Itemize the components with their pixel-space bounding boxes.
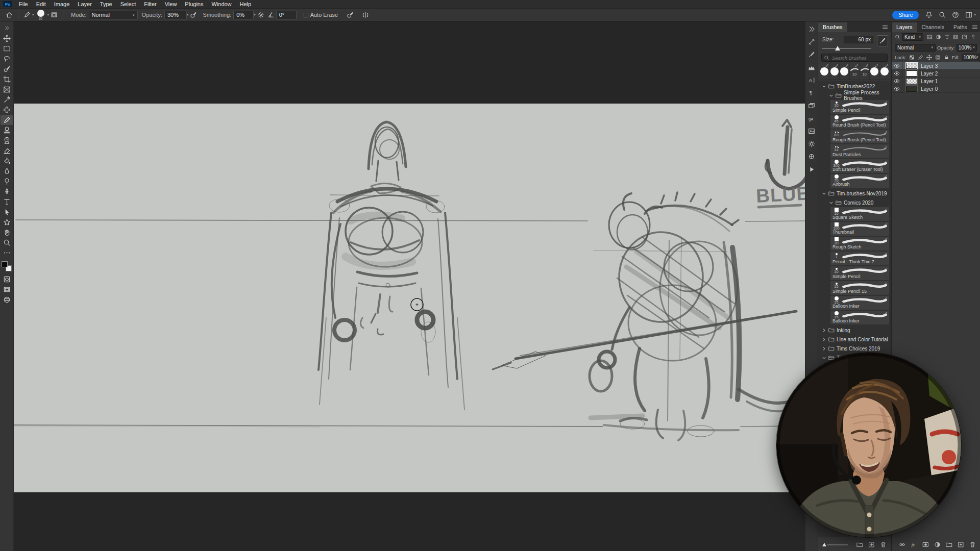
- menu-help[interactable]: Help: [236, 1, 256, 8]
- layer-thumbnail[interactable]: [906, 86, 917, 92]
- recent-brush-2[interactable]: [830, 63, 840, 80]
- tool-crop-tool[interactable]: [1, 74, 13, 84]
- adjustments-icon[interactable]: [806, 137, 817, 150]
- tool-screen-mode[interactable]: [1, 284, 13, 294]
- brush-item-balloon-inker[interactable]: 15Balloon Inker: [830, 311, 889, 324]
- brush-item-balloon-inker[interactable]: 15Balloon Inker: [830, 296, 889, 310]
- layer-fill-field[interactable]: 100% ▾: [962, 54, 980, 61]
- layer-thumbnail[interactable]: [906, 78, 917, 84]
- histogram-icon[interactable]: [806, 61, 817, 73]
- lock-position-icon[interactable]: [926, 54, 933, 61]
- recent-brush-3[interactable]: [840, 63, 850, 80]
- menu-image[interactable]: Image: [50, 1, 74, 8]
- tab-brushes[interactable]: Brushes: [818, 22, 847, 32]
- layer-comps-icon[interactable]: [806, 99, 817, 112]
- brush-item-dust-particles[interactable]: 14Dust Particles: [830, 144, 889, 158]
- tool-rectangular-marquee-tool[interactable]: [1, 43, 13, 54]
- new-layer-icon[interactable]: [958, 541, 964, 548]
- menu-file[interactable]: File: [15, 1, 32, 8]
- filter-smart-object-icon[interactable]: [961, 33, 968, 41]
- panel-menu-icon[interactable]: [972, 24, 980, 32]
- brush-item-soft-eraser-eraser-tool-[interactable]: 300Soft Eraser (Eraser Tool): [830, 159, 889, 173]
- brush-item-round-brush-pencil-tool-[interactable]: 45Round Brush (Pencil Tool): [830, 115, 889, 129]
- twisty-open-icon[interactable]: [822, 191, 826, 196]
- brush-item-simple-pencil-15[interactable]: 15Simple Pencil 15: [830, 281, 889, 295]
- tool-type-tool[interactable]: [1, 196, 13, 207]
- tool-lasso-tool[interactable]: [1, 54, 13, 64]
- menu-view[interactable]: View: [161, 1, 181, 8]
- twisty-open-icon[interactable]: [829, 201, 834, 205]
- brush-search-input[interactable]: [831, 55, 885, 61]
- clone-source-icon[interactable]: [806, 150, 817, 163]
- brush-group-icon[interactable]: [856, 541, 863, 548]
- chevron-down-icon[interactable]: ▾: [32, 13, 34, 17]
- layer-group-icon[interactable]: [946, 541, 952, 548]
- menu-select[interactable]: Select: [116, 1, 140, 8]
- recent-brush-6[interactable]: [870, 63, 880, 80]
- lock-pixels-icon[interactable]: [917, 54, 924, 61]
- brush-item-rough-brush-pencil-tool-[interactable]: 83Rough Brush (Pencil Tool): [830, 130, 889, 143]
- tab-channels[interactable]: Channels: [917, 22, 949, 32]
- twisty-closed-icon[interactable]: [822, 337, 826, 342]
- foreground-background-colors[interactable]: [2, 261, 12, 271]
- lock-transparency-icon[interactable]: [909, 54, 915, 61]
- paragraph-icon[interactable]: ¶: [806, 86, 817, 99]
- brush-folder-simple-process-brushes[interactable]: Simple Process Brushes: [818, 91, 891, 100]
- menu-edit[interactable]: Edit: [32, 1, 50, 8]
- tablet-pressure-size-icon[interactable]: [345, 10, 355, 20]
- delete-layer-icon[interactable]: [969, 541, 976, 548]
- tool-paint-bucket-tool[interactable]: [1, 156, 13, 166]
- recent-brush-7[interactable]: [879, 63, 889, 80]
- recent-brush-4[interactable]: 10: [850, 63, 860, 80]
- delete-brush-icon[interactable]: [880, 541, 887, 548]
- tool-custom-shape-tool[interactable]: [1, 217, 13, 227]
- tool-path-selection-tool[interactable]: [1, 207, 13, 217]
- smoothing-gear-icon[interactable]: [256, 10, 266, 20]
- stroke-smoothing-mini-slider[interactable]: [822, 543, 848, 546]
- brush-item-rough-sketch[interactable]: 30Rough Sketch: [830, 237, 889, 251]
- search-icon[interactable]: [937, 10, 947, 20]
- tool-eraser-tool[interactable]: [1, 145, 13, 156]
- menu-plugins[interactable]: Plugins: [181, 1, 207, 8]
- chevron-down-icon[interactable]: ▾: [974, 13, 976, 17]
- layer-row-layer-0[interactable]: Layer 0: [892, 85, 980, 93]
- tab-layers[interactable]: Layers: [892, 22, 917, 32]
- home-icon[interactable]: [4, 10, 14, 20]
- layer-visibility-eye-icon[interactable]: [892, 78, 902, 85]
- layer-visibility-eye-icon[interactable]: [892, 85, 902, 93]
- layer-effects-icon[interactable]: fx: [911, 541, 917, 548]
- panel-menu-icon[interactable]: [882, 24, 891, 32]
- share-button[interactable]: Share: [892, 11, 919, 19]
- slider-thumb[interactable]: [835, 46, 840, 51]
- tool-dodge-tool[interactable]: [1, 176, 13, 186]
- filter-kind-select[interactable]: Kind ▾: [902, 33, 923, 41]
- recent-brush-5[interactable]: 10: [860, 63, 870, 80]
- recent-brush-1[interactable]: [820, 63, 830, 80]
- blend-mode-select[interactable]: Normal ▾: [895, 44, 936, 52]
- tab-paths[interactable]: Paths: [949, 22, 972, 32]
- brush-item-airbrush[interactable]: 70Airbrush: [830, 174, 889, 188]
- brush-size-preview[interactable]: 60: [35, 10, 46, 20]
- brush-folder-comics-2020[interactable]: Comics 2020: [818, 198, 891, 207]
- adjustment-layer-icon[interactable]: [934, 541, 941, 548]
- layer-row-layer-2[interactable]: Layer 2: [892, 70, 980, 78]
- collapse-toolbar-icon[interactable]: [1, 23, 13, 33]
- filter-shape-icon[interactable]: [952, 33, 960, 41]
- mode-select[interactable]: Normal ▾: [89, 11, 138, 19]
- layer-row-layer-1[interactable]: Layer 1: [892, 78, 980, 85]
- photoshop-logo[interactable]: Ps: [3, 1, 12, 7]
- layer-mask-icon[interactable]: [922, 541, 929, 548]
- tool-clone-stamp-tool[interactable]: [1, 125, 13, 135]
- foreground-color-swatch[interactable]: [2, 261, 8, 267]
- brush-item-simple-pencil[interactable]: 10Simple Pencil: [830, 100, 889, 114]
- layer-thumbnail[interactable]: [906, 63, 917, 69]
- twisty-open-icon[interactable]: [822, 356, 826, 360]
- workspace-switcher-icon[interactable]: [964, 10, 974, 20]
- menu-window[interactable]: Window: [207, 1, 235, 8]
- brush-folder-line-and-color-tutorial[interactable]: Line and Color Tutorial: [818, 335, 891, 344]
- layer-thumbnail[interactable]: [906, 70, 917, 77]
- help-icon[interactable]: [950, 10, 961, 20]
- twisty-closed-icon[interactable]: [822, 346, 826, 351]
- pencil-tool-icon[interactable]: [22, 10, 32, 20]
- layer-visibility-eye-icon[interactable]: [892, 62, 902, 70]
